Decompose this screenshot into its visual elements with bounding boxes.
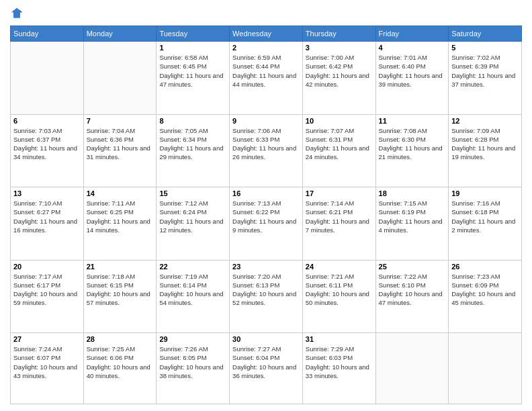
day-number: 31 [306, 335, 373, 343]
calendar-cell: 4Sunrise: 7:01 AMSunset: 6:40 PMDaylight… [375, 42, 449, 115]
calendar-cell: 10Sunrise: 7:07 AMSunset: 6:31 PMDayligh… [302, 114, 375, 187]
calendar-cell: 20Sunrise: 7:17 AMSunset: 6:17 PMDayligh… [11, 260, 84, 333]
day-info: Sunrise: 7:20 AMSunset: 6:13 PMDaylight:… [232, 272, 300, 308]
day-info: Sunrise: 7:25 AMSunset: 6:06 PMDaylight:… [87, 345, 154, 380]
day-info: Sunrise: 7:02 AMSunset: 6:39 PMDaylight:… [451, 53, 519, 89]
calendar-cell: 18Sunrise: 7:15 AMSunset: 6:19 PMDayligh… [375, 187, 449, 261]
svg-marker-0 [11, 8, 23, 18]
week-row-1: 1Sunrise: 6:58 AMSunset: 6:45 PMDaylight… [11, 42, 522, 115]
day-info: Sunrise: 7:05 AMSunset: 6:34 PMDaylight:… [159, 126, 226, 162]
calendar-cell [11, 42, 84, 115]
day-number: 7 [87, 117, 154, 125]
calendar-cell: 25Sunrise: 7:22 AMSunset: 6:10 PMDayligh… [375, 260, 449, 333]
day-info: Sunrise: 7:23 AMSunset: 6:09 PMDaylight:… [451, 272, 519, 308]
day-number: 17 [306, 189, 373, 197]
calendar-cell: 2Sunrise: 6:59 AMSunset: 6:44 PMDaylight… [230, 42, 303, 115]
day-number: 5 [451, 44, 519, 52]
day-info: Sunrise: 7:26 AMSunset: 6:05 PMDaylight:… [159, 345, 226, 380]
day-info: Sunrise: 7:07 AMSunset: 6:31 PMDaylight:… [306, 126, 373, 162]
day-number: 11 [379, 117, 446, 125]
day-info: Sunrise: 7:17 AMSunset: 6:17 PMDaylight:… [13, 272, 81, 308]
day-number: 18 [379, 189, 446, 197]
week-row-3: 13Sunrise: 7:10 AMSunset: 6:27 PMDayligh… [11, 187, 522, 261]
weekday-header-thursday: Thursday [302, 26, 375, 42]
day-number: 8 [159, 117, 226, 125]
day-info: Sunrise: 7:08 AMSunset: 6:30 PMDaylight:… [379, 126, 446, 162]
day-info: Sunrise: 7:04 AMSunset: 6:36 PMDaylight:… [87, 126, 154, 162]
day-info: Sunrise: 7:12 AMSunset: 6:24 PMDaylight:… [159, 199, 226, 234]
day-number: 21 [87, 263, 154, 271]
calendar-cell: 17Sunrise: 7:14 AMSunset: 6:21 PMDayligh… [302, 187, 375, 261]
day-number: 1 [159, 44, 226, 52]
day-number: 26 [451, 263, 519, 271]
calendar-cell: 24Sunrise: 7:21 AMSunset: 6:11 PMDayligh… [302, 260, 375, 333]
calendar-cell: 14Sunrise: 7:11 AMSunset: 6:25 PMDayligh… [83, 187, 157, 261]
day-number: 20 [13, 263, 81, 271]
calendar-cell: 13Sunrise: 7:10 AMSunset: 6:27 PMDayligh… [11, 187, 84, 261]
calendar-cell: 30Sunrise: 7:27 AMSunset: 6:04 PMDayligh… [230, 333, 303, 404]
day-info: Sunrise: 7:03 AMSunset: 6:37 PMDaylight:… [13, 126, 81, 162]
day-info: Sunrise: 6:58 AMSunset: 6:45 PMDaylight:… [159, 53, 226, 89]
week-row-4: 20Sunrise: 7:17 AMSunset: 6:17 PMDayligh… [11, 260, 522, 333]
day-number: 2 [232, 44, 300, 52]
day-info: Sunrise: 7:01 AMSunset: 6:40 PMDaylight:… [379, 53, 446, 89]
calendar-cell: 26Sunrise: 7:23 AMSunset: 6:09 PMDayligh… [449, 260, 522, 333]
calendar-cell: 28Sunrise: 7:25 AMSunset: 6:06 PMDayligh… [83, 333, 157, 404]
calendar-cell: 1Sunrise: 6:58 AMSunset: 6:45 PMDaylight… [157, 42, 230, 115]
calendar-cell [83, 42, 157, 115]
day-info: Sunrise: 7:21 AMSunset: 6:11 PMDaylight:… [306, 272, 373, 308]
day-number: 13 [13, 189, 81, 197]
day-info: Sunrise: 7:24 AMSunset: 6:07 PMDaylight:… [13, 345, 81, 380]
day-number: 27 [13, 335, 81, 343]
day-number: 10 [306, 117, 373, 125]
logo-icon [10, 7, 24, 20]
day-number: 29 [159, 335, 226, 343]
calendar-cell: 23Sunrise: 7:20 AMSunset: 6:13 PMDayligh… [230, 260, 303, 333]
day-number: 30 [232, 335, 300, 343]
calendar-cell: 8Sunrise: 7:05 AMSunset: 6:34 PMDaylight… [157, 114, 230, 187]
calendar-cell: 22Sunrise: 7:19 AMSunset: 6:14 PMDayligh… [157, 260, 230, 333]
weekday-header-row: SundayMondayTuesdayWednesdayThursdayFrid… [11, 26, 522, 42]
weekday-header-wednesday: Wednesday [230, 26, 303, 42]
week-row-2: 6Sunrise: 7:03 AMSunset: 6:37 PMDaylight… [11, 114, 522, 187]
day-info: Sunrise: 7:15 AMSunset: 6:19 PMDaylight:… [379, 199, 446, 234]
page: SundayMondayTuesdayWednesdayThursdayFrid… [0, 0, 532, 411]
weekday-header-friday: Friday [375, 26, 449, 42]
day-info: Sunrise: 7:06 AMSunset: 6:33 PMDaylight:… [232, 126, 300, 162]
day-info: Sunrise: 7:19 AMSunset: 6:14 PMDaylight:… [159, 272, 226, 308]
day-info: Sunrise: 7:10 AMSunset: 6:27 PMDaylight:… [13, 199, 81, 234]
day-info: Sunrise: 7:11 AMSunset: 6:25 PMDaylight:… [87, 199, 154, 234]
day-number: 25 [379, 263, 446, 271]
day-number: 16 [232, 189, 300, 197]
day-number: 6 [13, 117, 81, 125]
day-number: 23 [232, 263, 300, 271]
day-info: Sunrise: 7:27 AMSunset: 6:04 PMDaylight:… [232, 345, 300, 380]
day-number: 3 [306, 44, 373, 52]
day-number: 15 [159, 189, 226, 197]
day-info: Sunrise: 7:09 AMSunset: 6:28 PMDaylight:… [451, 126, 519, 162]
calendar-cell: 7Sunrise: 7:04 AMSunset: 6:36 PMDaylight… [83, 114, 157, 187]
day-info: Sunrise: 7:22 AMSunset: 6:10 PMDaylight:… [379, 272, 446, 308]
calendar-cell: 6Sunrise: 7:03 AMSunset: 6:37 PMDaylight… [11, 114, 84, 187]
calendar-cell: 27Sunrise: 7:24 AMSunset: 6:07 PMDayligh… [11, 333, 84, 404]
day-number: 9 [232, 117, 300, 125]
calendar-cell: 9Sunrise: 7:06 AMSunset: 6:33 PMDaylight… [230, 114, 303, 187]
calendar-cell: 29Sunrise: 7:26 AMSunset: 6:05 PMDayligh… [157, 333, 230, 404]
day-info: Sunrise: 6:59 AMSunset: 6:44 PMDaylight:… [232, 53, 300, 89]
day-info: Sunrise: 7:13 AMSunset: 6:22 PMDaylight:… [232, 199, 300, 234]
weekday-header-sunday: Sunday [11, 26, 84, 42]
day-number: 4 [379, 44, 446, 52]
calendar-cell: 5Sunrise: 7:02 AMSunset: 6:39 PMDaylight… [449, 42, 522, 115]
day-info: Sunrise: 7:00 AMSunset: 6:42 PMDaylight:… [306, 53, 373, 89]
day-number: 28 [87, 335, 154, 343]
weekday-header-monday: Monday [83, 26, 157, 42]
calendar-cell: 3Sunrise: 7:00 AMSunset: 6:42 PMDaylight… [302, 42, 375, 115]
day-number: 19 [451, 189, 519, 197]
week-row-5: 27Sunrise: 7:24 AMSunset: 6:07 PMDayligh… [11, 333, 522, 404]
day-number: 12 [451, 117, 519, 125]
calendar-cell: 21Sunrise: 7:18 AMSunset: 6:15 PMDayligh… [83, 260, 157, 333]
day-info: Sunrise: 7:29 AMSunset: 6:03 PMDaylight:… [306, 345, 373, 380]
weekday-header-tuesday: Tuesday [157, 26, 230, 42]
header [10, 7, 522, 20]
calendar-cell [375, 333, 449, 404]
